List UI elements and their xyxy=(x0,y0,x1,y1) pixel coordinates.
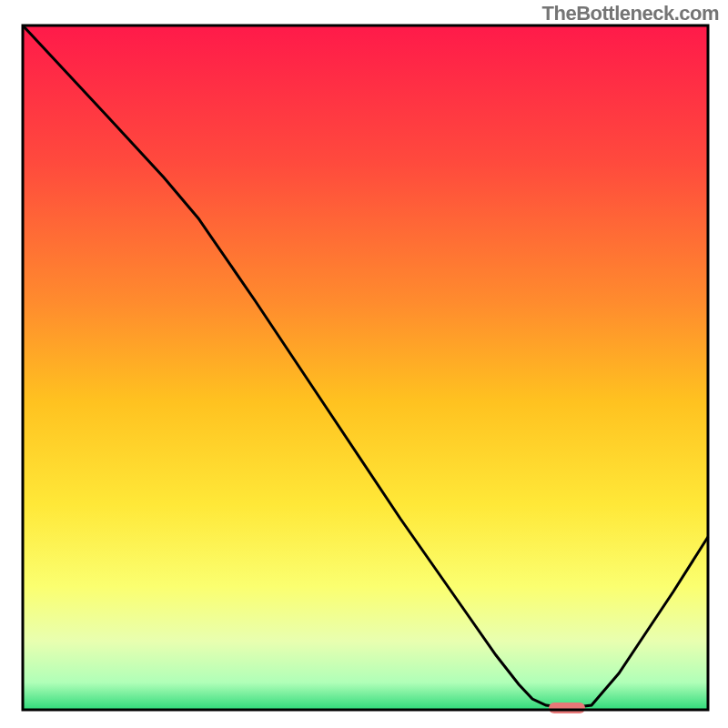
watermark-text: TheBottleneck.com xyxy=(542,2,719,25)
bottleneck-chart: TheBottleneck.com xyxy=(0,0,728,728)
optimal-marker xyxy=(549,703,585,713)
chart-svg xyxy=(0,0,728,728)
plot-background xyxy=(23,25,708,710)
